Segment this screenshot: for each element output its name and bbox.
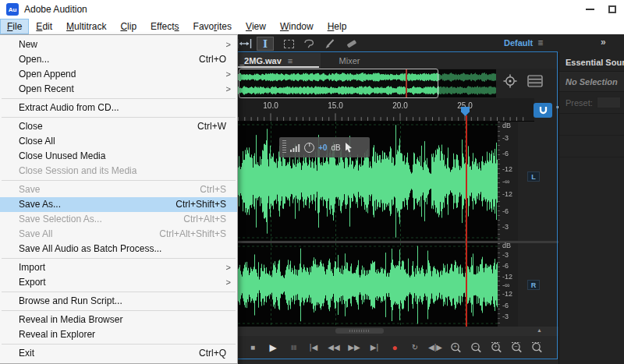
audition-logo-icon: Au [6,3,19,16]
menu-item-exit[interactable]: ExitCtrl+Q [0,346,237,361]
ruler-time-label: 10.0 [263,101,278,110]
skip-selection-button[interactable]: ◀|▶ [428,337,442,359]
navigator-icon[interactable] [502,73,518,89]
db-scale-label: -3 [502,251,509,259]
title-bar: Au Adobe Audition [0,0,624,19]
menu-file[interactable]: File [0,19,29,34]
tab-waveform-file[interactable]: _2MG.wav ≡ [238,53,321,69]
scrollbar-handle[interactable] [335,328,384,334]
menu-item-save-selection-as[interactable]: Save Selection As...Ctrl+Alt+S [0,212,237,227]
overview-viewport-rect[interactable] [239,69,438,98]
db-scale-label: -6 [502,302,509,309]
menu-item-save-all-audio-as-batch-process[interactable]: Save All Audio as Batch Process... [0,242,237,256]
menu-item-extract-audio-from-cd[interactable]: Extract Audio from CD... [0,101,237,115]
svg-text:+: + [494,343,498,350]
snapping-magnet-icon[interactable] [534,103,552,118]
menu-item-reveal-in-explorer[interactable]: Reveal in Explorer [0,327,237,342]
menu-item-close-unused-media[interactable]: Close Unused Media [0,149,237,164]
workspace-selector[interactable]: Default ≡ [504,37,543,48]
preset-label: Preset: [566,98,593,108]
cursor-arrow-icon[interactable] [345,143,353,153]
menu-item-save[interactable]: SaveCtrl+S [0,182,237,197]
channel-grid-icon[interactable] [527,75,543,87]
lasso-selection-tool-icon[interactable] [302,37,316,51]
fast-forward-button[interactable]: ▶▶ [347,337,361,359]
submenu-arrow-icon: > [226,275,231,290]
stop-button[interactable]: ■ [246,337,260,359]
db-scale-label: -12 [502,165,512,173]
zoom-selection-button[interactable] [530,337,544,359]
menu-edit[interactable]: Edit [29,19,59,34]
menu-bar: FileEditMultitrackClipEffectsFavoritesVi… [0,19,624,34]
right-channel-badge[interactable]: R [527,280,540,290]
submenu-arrow-icon: > [226,67,231,82]
move-previous-button[interactable]: |◀ [307,337,321,359]
db-scale-label: -3 [502,313,509,320]
menu-item-open-recent[interactable]: Open Recent> [0,82,237,97]
editor-tabs: _2MG.wav ≡ Mixer [238,53,558,69]
zoom-in-time-button[interactable]: + [448,337,463,359]
menu-item-browse-and-run-script[interactable]: Browse and Run Script... [0,294,237,309]
horizontal-scrollbar[interactable] [238,327,558,336]
waveform-right-channel[interactable] [238,243,498,327]
amplitude-scale-right[interactable]: dB-3-6-12-∞-12-6-3 [498,243,518,327]
submenu-arrow-icon: > [226,37,231,52]
eraser-tool-icon[interactable] [343,37,359,51]
menu-view[interactable]: View [239,19,273,34]
record-button[interactable]: ● [388,337,402,359]
submenu-arrow-icon: > [226,82,231,97]
menu-item-open[interactable]: Open...Ctrl+O [0,52,237,67]
marquee-selection-tool-icon[interactable] [282,37,296,51]
menu-item-export[interactable]: Export> [0,275,237,290]
zoom-out-time-button[interactable]: − [469,337,483,359]
zoom-out-point-button[interactable]: − [509,337,523,359]
ruler-time-label: 15.0 [328,101,342,110]
ibeam-tool-icon[interactable]: I [257,37,274,51]
loop-playback-button[interactable]: ↻ [408,337,422,359]
rewind-button[interactable]: ◀◀ [327,337,341,359]
move-next-button[interactable]: ▶| [367,337,381,359]
adobe-audition-window: Au Adobe Audition FileEditMultitrackClip… [0,0,624,364]
left-channel-badge[interactable]: L [527,171,540,182]
ruler-time-label: 20.0 [392,101,407,110]
workspace-label: Default [504,38,533,48]
menu-effects[interactable]: Effects [144,19,186,34]
transport-bar: ■▶▮▮|◀◀◀▶▶▶|●↻◀|▶+−+− [238,336,558,359]
menu-item-reveal-in-media-browser[interactable]: Reveal in Media Browser [0,313,237,327]
menu-item-save-all[interactable]: Save AllCtrl+Alt+Shift+S [0,227,237,242]
menu-favorites[interactable]: Favorites [186,19,239,34]
menu-item-close-session-and-its-media[interactable]: Close Session and its Media [0,164,237,178]
menu-item-save-as[interactable]: Save As...Ctrl+Shift+S [0,197,237,212]
gain-value[interactable]: +0 [318,143,327,152]
db-scale-label: dB [502,242,511,249]
paintbrush-tool-icon[interactable] [322,37,336,51]
maximize-button-icon[interactable] [608,5,616,13]
pause-button[interactable]: ▮▮ [286,337,300,359]
db-scale-label: -∞ [502,281,509,289]
zoom-in-point-button[interactable]: + [489,337,503,359]
play-button[interactable]: ▶ [266,337,280,359]
gain-knob[interactable] [304,143,314,153]
menu-item-new[interactable]: New> [0,37,237,52]
file-tab-label: _2MG.wav [239,56,282,65]
menu-item-open-append[interactable]: Open Append> [0,67,237,82]
tab-menu-icon[interactable]: ≡ [288,56,292,65]
timeline-ruler[interactable] [238,98,534,122]
menu-help[interactable]: Help [321,19,354,34]
menu-clip[interactable]: Clip [113,19,144,34]
db-scale-label: -12 [502,273,512,281]
menu-window[interactable]: Window [273,19,321,34]
tab-mixer[interactable]: Mixer [326,53,373,69]
toolbar-overflow-icon[interactable]: » [601,37,606,48]
menu-multitrack[interactable]: Multitrack [59,19,113,34]
hud-grip-icon[interactable] [282,140,286,154]
menu-item-close-all[interactable]: Close All [0,134,237,149]
scroll-up-icon[interactable]: ▲ [537,327,542,333]
minimize-button-icon[interactable] [586,9,594,10]
preset-dropdown[interactable] [597,97,621,108]
volume-hud: +0 dB [279,137,370,157]
volume-bars-icon [290,143,300,152]
menu-item-close[interactable]: CloseCtrl+W [0,119,237,134]
menu-item-import[interactable]: Import> [0,260,237,275]
amplitude-scale-left[interactable]: dB-3-6-12-∞-12-6-3 [498,122,518,241]
